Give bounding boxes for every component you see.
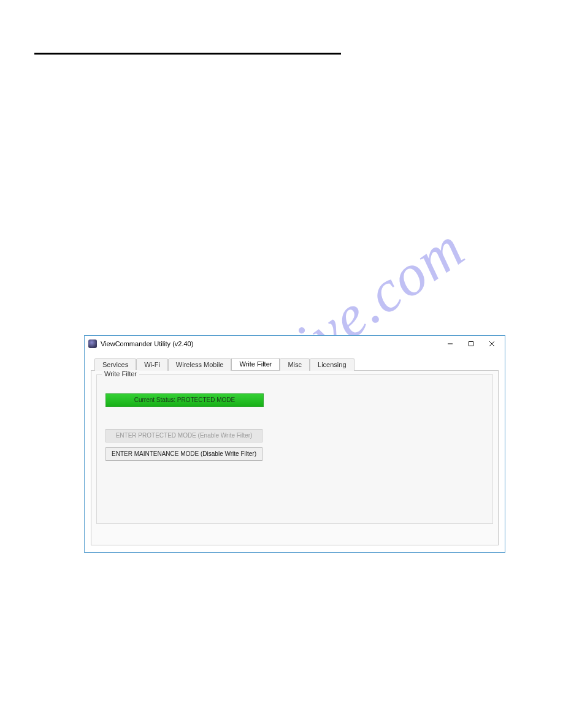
- client-area: Services Wi-Fi Wireless Mobile Write Fil…: [85, 352, 505, 552]
- maximize-button[interactable]: [461, 337, 481, 351]
- tab-licensing[interactable]: Licensing: [310, 358, 354, 371]
- tab-write-filter[interactable]: Write Filter: [231, 358, 280, 370]
- app-window: ViewCommander Utility (v2.40) Services W…: [84, 335, 505, 553]
- tab-wifi[interactable]: Wi-Fi: [136, 358, 168, 371]
- group-label: Write Filter: [102, 370, 139, 377]
- horizontal-rule: [34, 53, 341, 55]
- enter-maintenance-mode-button[interactable]: ENTER MAINTENANCE MODE (Disable Write Fi…: [105, 447, 262, 461]
- close-button[interactable]: [481, 337, 502, 351]
- window-controls: [440, 337, 502, 351]
- write-filter-groupbox: Write Filter Current Status: PROTECTED M…: [96, 374, 493, 524]
- tab-services[interactable]: Services: [94, 358, 136, 371]
- minimize-button[interactable]: [440, 337, 461, 351]
- svg-rect-1: [469, 342, 473, 346]
- titlebar: ViewCommander Utility (v2.40): [85, 336, 505, 352]
- status-badge: Current Status: PROTECTED MODE: [105, 393, 264, 407]
- tab-misc[interactable]: Misc: [280, 358, 310, 371]
- tab-wireless-mobile[interactable]: Wireless Mobile: [168, 358, 232, 371]
- app-icon: [88, 339, 97, 348]
- tabstrip: Services Wi-Fi Wireless Mobile Write Fil…: [94, 357, 499, 370]
- tab-page-write-filter: Write Filter Current Status: PROTECTED M…: [91, 370, 499, 545]
- window-title: ViewCommander Utility (v2.40): [101, 340, 440, 347]
- enter-protected-mode-button: ENTER PROTECTED MODE (Enable Write Filte…: [105, 429, 262, 442]
